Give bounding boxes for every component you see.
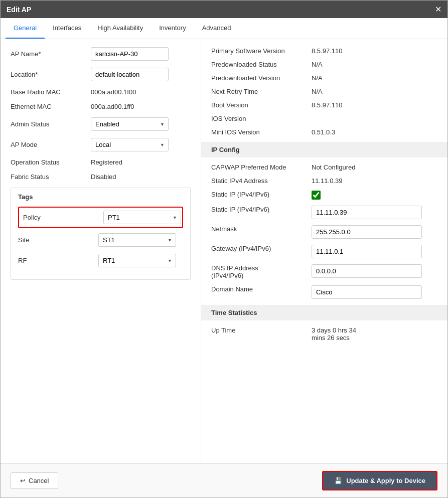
- dns-ip-row: DNS IP Address (IPv4/IPv6): [211, 264, 437, 279]
- ios-version-label: IOS Version: [211, 115, 312, 122]
- rf-row: RF RT1: [18, 254, 183, 267]
- ap-mode-row: AP Mode Local FlexConnect Monitor: [11, 138, 191, 151]
- admin-status-label: Admin Status: [11, 120, 91, 128]
- gateway-input[interactable]: [312, 245, 422, 258]
- base-radio-mac-label: Base Radio MAC: [11, 88, 91, 96]
- predownloaded-status-row: Predownloaded Status N/A: [211, 61, 437, 68]
- tags-section: Tags Policy PT1 Site ST1: [11, 188, 191, 280]
- netmask-row: Netmask: [211, 225, 437, 239]
- ethernet-mac-row: Ethernet MAC 000a.ad00.1ff0: [11, 103, 191, 110]
- ip-config-header: IP Config: [201, 142, 447, 157]
- dns-ip-input[interactable]: [312, 264, 422, 278]
- ethernet-mac-label: Ethernet MAC: [11, 103, 91, 110]
- operation-status-label: Operation Status: [11, 158, 91, 166]
- uptime-label: Up Time: [211, 326, 312, 334]
- location-input[interactable]: [91, 68, 169, 81]
- domain-name-label: Domain Name: [211, 285, 312, 293]
- operation-status-row: Operation Status Registered: [11, 158, 191, 166]
- site-row: Site ST1: [18, 233, 183, 247]
- fabric-status-value: Disabled: [91, 173, 116, 181]
- site-select[interactable]: ST1: [98, 233, 176, 247]
- fabric-status-row: Fabric Status Disabled: [11, 173, 191, 181]
- netmask-input[interactable]: [312, 225, 422, 239]
- capwap-mode-value: Not Configured: [312, 163, 355, 171]
- static-ip-checkbox[interactable]: [312, 191, 321, 200]
- domain-name-input[interactable]: [312, 285, 422, 299]
- tab-inventory[interactable]: Inventory: [151, 18, 194, 39]
- static-ipv4-value: 11.11.0.39: [312, 177, 342, 185]
- predownloaded-version-row: Predownloaded Version N/A: [211, 74, 437, 82]
- primary-sw-row: Primary Software Version 8.5.97.110: [211, 47, 437, 55]
- capwap-mode-row: CAPWAP Preferred Mode Not Configured: [211, 163, 437, 171]
- boot-version-row: Boot Version 8.5.97.110: [211, 101, 437, 109]
- mini-ios-version-label: Mini IOS Version: [211, 128, 312, 136]
- policy-select[interactable]: PT1: [103, 211, 181, 224]
- cancel-label: Cancel: [29, 477, 49, 484]
- predownloaded-status-value: N/A: [312, 61, 323, 68]
- ios-version-row: IOS Version: [211, 115, 437, 122]
- tab-interfaces[interactable]: Interfaces: [45, 18, 89, 39]
- netmask-label: Netmask: [211, 225, 312, 233]
- tab-bar: General Interfaces High Availability Inv…: [1, 18, 447, 39]
- site-label: Site: [18, 236, 98, 244]
- admin-status-select[interactable]: Enabled Disabled: [91, 117, 169, 131]
- time-stats-header: Time Statistics: [201, 305, 447, 320]
- site-wrapper: ST1: [98, 233, 176, 247]
- fabric-status-label: Fabric Status: [11, 173, 91, 181]
- rf-label: RF: [18, 257, 98, 264]
- operation-status-value: Registered: [91, 158, 122, 166]
- static-ipv4-label: Static IPv4 Address: [211, 177, 312, 185]
- admin-status-row: Admin Status Enabled Disabled: [11, 117, 191, 131]
- rf-select[interactable]: RT1: [98, 254, 176, 267]
- uptime-row: Up Time 3 days 0 hrs 34 mins 26 secs: [211, 326, 437, 342]
- next-retry-value: N/A: [312, 88, 323, 95]
- dialog-header: Edit AP ✕: [1, 1, 447, 18]
- tab-high-availability[interactable]: High Availability: [89, 18, 151, 39]
- ap-name-input[interactable]: [91, 47, 169, 61]
- tab-general[interactable]: General: [6, 18, 45, 39]
- dialog-title: Edit AP: [7, 6, 31, 14]
- close-button[interactable]: ✕: [435, 5, 441, 14]
- admin-status-wrapper: Enabled Disabled: [91, 117, 169, 131]
- edit-ap-dialog: Edit AP ✕ General Interfaces High Availa…: [0, 0, 448, 498]
- update-label: Update & Apply to Device: [346, 477, 425, 484]
- tags-title: Tags: [18, 193, 183, 201]
- ap-mode-wrapper: Local FlexConnect Monitor: [91, 138, 169, 151]
- cancel-button[interactable]: ↩ Cancel: [11, 472, 58, 489]
- capwap-mode-label: CAPWAP Preferred Mode: [211, 163, 312, 171]
- save-icon: 💾: [334, 477, 342, 484]
- predownloaded-status-label: Predownloaded Status: [211, 61, 312, 68]
- ap-mode-label: AP Mode: [11, 141, 91, 148]
- ap-name-row: AP Name*: [11, 47, 191, 61]
- primary-sw-label: Primary Software Version: [211, 47, 312, 55]
- policy-wrapper: PT1: [103, 211, 181, 224]
- tab-advanced[interactable]: Advanced: [194, 18, 239, 39]
- static-ip-checkbox-label: Static IP (IPv4/IPv6): [211, 191, 312, 198]
- right-panel: Primary Software Version 8.5.97.110 Pred…: [201, 39, 447, 463]
- static-ip-input[interactable]: [312, 206, 422, 219]
- rf-wrapper: RT1: [98, 254, 176, 267]
- update-apply-button[interactable]: 💾 Update & Apply to Device: [322, 471, 437, 490]
- gateway-label: Gateway (IPv4/IPv6): [211, 245, 312, 252]
- primary-sw-value: 8.5.97.110: [312, 47, 342, 55]
- next-retry-row: Next Retry Time N/A: [211, 88, 437, 95]
- policy-label: Policy: [23, 214, 103, 221]
- uptime-value: 3 days 0 hrs 34 mins 26 secs: [312, 326, 356, 342]
- dns-ip-label: DNS IP Address (IPv4/IPv6): [211, 264, 312, 279]
- boot-version-label: Boot Version: [211, 101, 312, 109]
- ap-name-label: AP Name*: [11, 50, 91, 58]
- footer: ↩ Cancel 💾 Update & Apply to Device: [1, 463, 447, 497]
- ap-mode-select[interactable]: Local FlexConnect Monitor: [91, 138, 169, 151]
- location-label: Location*: [11, 71, 91, 78]
- static-ip-checkbox-row: Static IP (IPv4/IPv6): [211, 191, 437, 200]
- policy-row: Policy PT1: [18, 207, 183, 228]
- ethernet-mac-value: 000a.ad00.1ff0: [91, 103, 134, 110]
- mini-ios-version-value: 0.51.0.3: [312, 128, 335, 136]
- left-panel: AP Name* Location* Base Radio MAC 000a.a…: [1, 39, 201, 463]
- static-ip-input-label: Static IP (IPv4/IPv6): [211, 206, 312, 213]
- next-retry-label: Next Retry Time: [211, 88, 312, 95]
- static-ipv4-row: Static IPv4 Address 11.11.0.39: [211, 177, 437, 185]
- static-ip-input-row: Static IP (IPv4/IPv6): [211, 206, 437, 219]
- domain-name-row: Domain Name: [211, 285, 437, 299]
- main-content: AP Name* Location* Base Radio MAC 000a.a…: [1, 39, 447, 463]
